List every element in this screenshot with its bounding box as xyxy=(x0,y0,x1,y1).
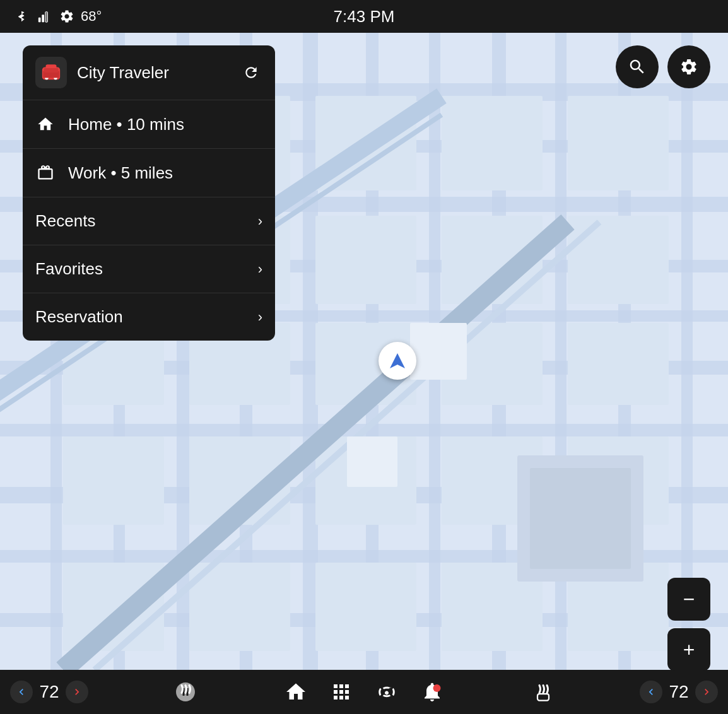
bottom-notification-button[interactable] xyxy=(418,678,446,706)
svg-rect-48 xyxy=(315,563,416,651)
svg-rect-57 xyxy=(347,436,397,487)
temp-left-increase-button[interactable] xyxy=(66,681,88,703)
svg-rect-41 xyxy=(63,436,164,525)
work-nav-icon xyxy=(35,163,56,183)
temp-right-decrease-button[interactable] xyxy=(640,681,662,703)
nav-item-recents-label: Recents xyxy=(35,211,245,231)
svg-rect-40 xyxy=(568,323,669,405)
svg-rect-21 xyxy=(681,33,693,670)
zoom-out-label: − xyxy=(683,589,695,609)
status-bar: 68° 7:43 PM xyxy=(0,0,728,33)
zoom-in-label: + xyxy=(683,640,695,660)
nav-item-work[interactable]: Work • 5 miles xyxy=(23,149,275,197)
nav-menu-title: City Traveler xyxy=(77,63,230,83)
refresh-button[interactable] xyxy=(240,61,262,84)
reservation-arrow-icon: › xyxy=(258,309,262,325)
svg-rect-29 xyxy=(442,96,543,190)
bottom-bar: 72 xyxy=(0,670,728,714)
favorites-arrow-icon: › xyxy=(258,261,262,278)
nav-item-favorites-label: Favorites xyxy=(35,259,245,279)
svg-rect-33 xyxy=(315,216,416,304)
clock-display: 7:43 PM xyxy=(334,7,395,26)
zoom-in-button[interactable]: + xyxy=(667,628,710,671)
bottom-home-button[interactable] xyxy=(282,678,310,706)
fan-heat-left-icon[interactable] xyxy=(172,678,199,706)
status-gear-icon[interactable] xyxy=(58,8,76,25)
temp-right-value: 72 xyxy=(666,682,691,702)
nav-item-work-label: Work • 5 miles xyxy=(68,163,262,183)
svg-rect-1 xyxy=(42,15,44,22)
home-nav-icon xyxy=(35,114,56,134)
map-settings-button[interactable] xyxy=(667,45,710,88)
svg-rect-2 xyxy=(45,12,48,22)
status-left: 68° xyxy=(13,8,102,25)
recents-arrow-icon: › xyxy=(258,213,262,230)
zoom-out-button[interactable]: − xyxy=(667,578,710,621)
nav-item-recents[interactable]: Recents › xyxy=(23,197,275,245)
svg-marker-59 xyxy=(390,353,405,368)
svg-rect-35 xyxy=(568,216,669,304)
app-icon xyxy=(35,57,67,88)
bottom-fan-button[interactable] xyxy=(373,678,401,706)
location-marker xyxy=(379,342,416,380)
nav-menu: City Traveler Home • 10 mins Work • 5 mi… xyxy=(23,45,275,341)
svg-rect-58 xyxy=(410,323,467,380)
map-search-button[interactable] xyxy=(616,45,659,88)
temp-left-value: 72 xyxy=(37,682,62,702)
nav-item-reservation[interactable]: Reservation › xyxy=(23,293,275,341)
bluetooth-icon xyxy=(13,8,30,25)
nav-item-home[interactable]: Home • 10 mins xyxy=(23,100,275,149)
temperature-display: 68° xyxy=(81,8,102,25)
fan-heat-right-icon[interactable] xyxy=(529,678,557,706)
svg-rect-0 xyxy=(38,18,41,22)
svg-rect-30 xyxy=(568,96,669,190)
nav-menu-header: City Traveler xyxy=(23,45,275,100)
svg-rect-67 xyxy=(537,694,549,701)
nav-item-home-label: Home • 10 mins xyxy=(68,115,262,134)
temp-right-increase-button[interactable] xyxy=(695,681,718,703)
temp-control-right: 72 xyxy=(640,681,718,703)
temp-left-decrease-button[interactable] xyxy=(10,681,33,703)
bottom-apps-button[interactable] xyxy=(327,678,355,706)
svg-point-66 xyxy=(433,684,441,692)
svg-rect-56 xyxy=(530,468,631,569)
nav-item-reservation-label: Reservation xyxy=(35,307,245,327)
svg-rect-65 xyxy=(44,68,59,73)
temp-control-left: 72 xyxy=(10,681,88,703)
bottom-center-icons xyxy=(282,678,446,706)
nav-item-favorites[interactable]: Favorites › xyxy=(23,245,275,293)
signal-icon xyxy=(35,8,53,25)
